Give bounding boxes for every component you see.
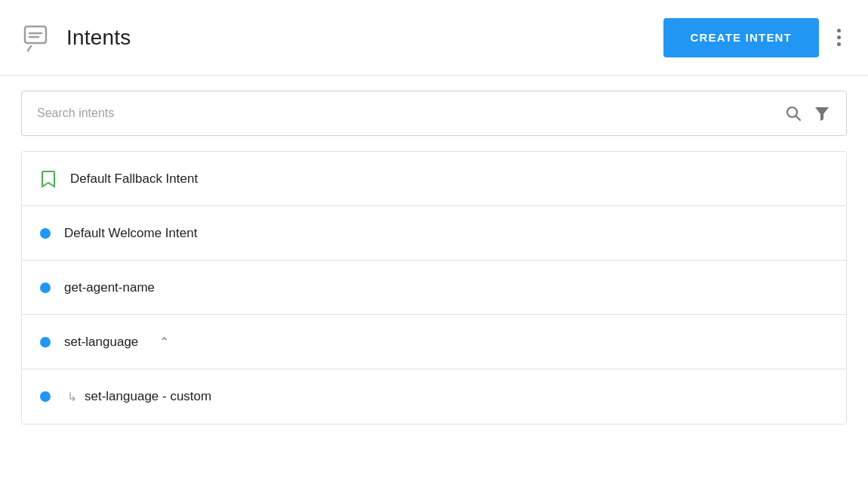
list-item[interactable]: Default Welcome Intent — [22, 206, 846, 261]
intents-list: Default Fallback Intent Default Welcome … — [21, 151, 847, 425]
filter-button[interactable] — [813, 104, 831, 122]
filter-icon — [813, 104, 831, 122]
page-header: Intents CREATE INTENT — [0, 0, 868, 76]
child-arrow-icon: ↳ — [67, 390, 77, 404]
search-icon — [784, 104, 802, 122]
list-item[interactable]: ↳ set-language - custom — [22, 369, 846, 424]
list-item[interactable]: set-language ⌃ — [22, 315, 846, 369]
intent-name: Default Welcome Intent — [64, 226, 197, 241]
search-input[interactable] — [37, 107, 784, 120]
svg-rect-0 — [25, 26, 46, 43]
intents-icon — [21, 21, 54, 54]
search-icons — [784, 104, 831, 122]
chevron-up-icon: ⌃ — [159, 335, 169, 349]
more-options-button[interactable] — [831, 23, 847, 52]
bookmark-icon — [40, 170, 57, 188]
svg-marker-5 — [815, 107, 829, 121]
intent-dot-icon — [40, 337, 51, 347]
intent-name: Default Fallback Intent — [70, 171, 198, 187]
list-item[interactable]: Default Fallback Intent — [22, 152, 846, 206]
intent-name: get-agent-name — [64, 280, 155, 295]
search-section — [0, 76, 868, 151]
more-options-icon — [837, 29, 841, 46]
intent-dot-icon — [40, 391, 51, 402]
header-right: CREATE INTENT — [663, 18, 848, 57]
search-box — [21, 91, 847, 136]
intent-dot-icon — [40, 228, 51, 239]
intent-dot-icon — [40, 283, 51, 293]
header-left: Intents — [21, 21, 131, 54]
svg-line-4 — [796, 116, 801, 121]
list-item[interactable]: get-agent-name — [22, 261, 846, 315]
intent-name: set-language - custom — [85, 389, 211, 404]
page-title: Intents — [66, 26, 131, 50]
search-button[interactable] — [784, 104, 802, 122]
intent-name: set-language — [64, 335, 138, 350]
child-indent: ↳ set-language - custom — [64, 389, 211, 404]
create-intent-button[interactable]: CREATE INTENT — [663, 18, 820, 57]
